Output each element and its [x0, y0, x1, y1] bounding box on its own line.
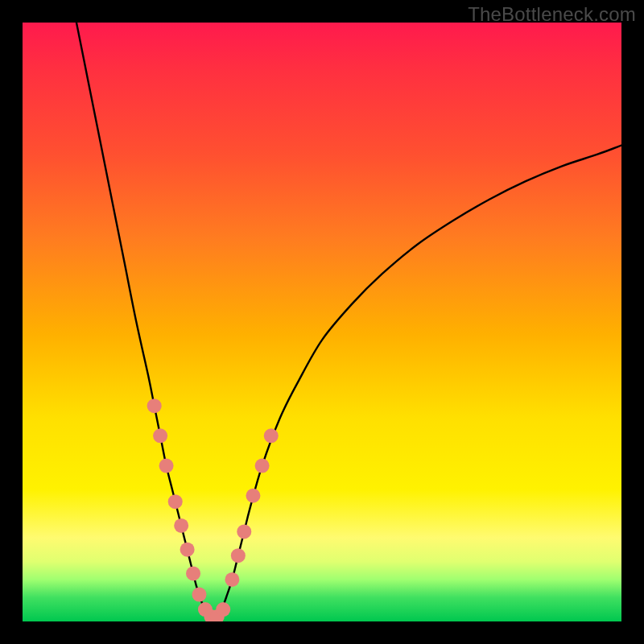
watermark-text: TheBottleneck.com — [468, 3, 636, 26]
data-point-marker — [246, 489, 260, 503]
bottleneck-curve — [76, 23, 621, 619]
marker-group — [147, 398, 279, 621]
data-point-marker — [216, 602, 230, 617]
curve-group — [76, 23, 621, 619]
data-point-marker — [153, 428, 167, 443]
data-point-marker — [225, 572, 239, 587]
data-point-marker — [192, 588, 206, 602]
data-point-marker — [147, 398, 162, 413]
gradient-plot-area — [23, 23, 621, 621]
data-point-marker — [186, 566, 200, 580]
data-point-marker — [237, 524, 251, 539]
data-point-marker — [180, 543, 195, 557]
bottleneck-curve-plot — [23, 23, 621, 621]
data-point-marker — [264, 428, 279, 443]
data-point-marker — [174, 518, 188, 533]
data-point-marker — [231, 548, 246, 563]
data-point-marker — [168, 494, 183, 509]
data-point-marker — [255, 459, 270, 473]
data-point-marker — [159, 459, 174, 473]
